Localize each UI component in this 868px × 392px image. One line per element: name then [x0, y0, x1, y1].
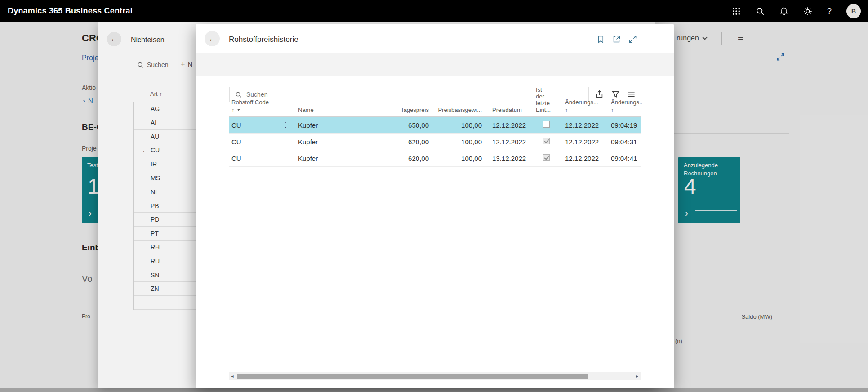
- row-menu-icon[interactable]: ⋮: [282, 121, 294, 129]
- cell-rohstoff-code[interactable]: CU ⋮: [229, 117, 294, 133]
- rohstoffpreishistorie-dialog: ← Rohstoffpreishistorie Suchen Rohstoff …: [196, 24, 674, 388]
- sort-arrow-icon: ↑: [565, 107, 602, 113]
- settings-gear-icon[interactable]: [803, 7, 812, 16]
- cell-preisbasisgewicht[interactable]: 100,00: [429, 150, 482, 166]
- cell-rohstoff-code[interactable]: CU: [229, 150, 294, 166]
- column-header-name[interactable]: Name: [294, 76, 386, 116]
- cell-name[interactable]: Kupfer: [294, 155, 386, 162]
- filter-funnel-icon: [236, 108, 241, 112]
- column-header-aenderungsdatum[interactable]: Änderungs... ↑: [560, 76, 602, 116]
- cell-preisbasisgewicht[interactable]: 100,00: [429, 134, 482, 150]
- column-header-ist-der-letzte[interactable]: Ist der letzte Eint...: [533, 76, 560, 116]
- scrollbar-thumb[interactable]: [237, 374, 588, 379]
- ist-letzte-checkbox[interactable]: [543, 154, 550, 161]
- cell-tagespreis[interactable]: 650,00: [386, 117, 429, 133]
- cell-aenderungsdatum[interactable]: 12.12.2022: [560, 121, 602, 129]
- cell-rohstoff-code[interactable]: CU: [229, 134, 294, 150]
- notifications-bell-icon[interactable]: [779, 7, 788, 16]
- cell-preisdatum[interactable]: 12.12.2022: [482, 138, 533, 146]
- column-header-rohstoff-code[interactable]: Rohstoff Code ↑: [229, 76, 294, 116]
- back-button[interactable]: ←: [205, 31, 220, 46]
- table-header-row: Rohstoff Code ↑ Name Tagespreis Preisbas…: [229, 76, 641, 117]
- topbar-icons: ? B: [732, 4, 861, 18]
- cell-ist-der-letzte: [533, 154, 560, 162]
- sort-arrow-icon: ↑: [231, 107, 235, 113]
- column-header-preisbasisgewicht[interactable]: Preisbasisgewi...: [429, 76, 482, 116]
- scroll-left-arrow[interactable]: ◂: [229, 372, 236, 380]
- cell-tagespreis[interactable]: 620,00: [386, 150, 429, 166]
- expand-icon[interactable]: [628, 35, 637, 44]
- table-row[interactable]: CU ⋮ Kupfer 650,00 100,00 12.12.2022 12.…: [229, 117, 641, 134]
- scroll-right-arrow[interactable]: ▸: [634, 372, 640, 380]
- table-row[interactable]: CU Kupfer 620,00 100,00 13.12.2022 12.12…: [229, 150, 641, 167]
- user-avatar[interactable]: B: [846, 4, 861, 18]
- open-in-new-window-icon[interactable]: [612, 35, 621, 44]
- ist-letzte-checkbox[interactable]: [543, 121, 550, 128]
- cell-preisdatum[interactable]: 12.12.2022: [482, 121, 533, 129]
- history-table: Rohstoff Code ↑ Name Tagespreis Preisbas…: [229, 76, 641, 167]
- apps-icon[interactable]: [732, 7, 741, 16]
- cell-aenderungszeit[interactable]: 09:04:31: [602, 138, 641, 146]
- cell-ist-der-letzte: [533, 121, 560, 129]
- cell-preisdatum[interactable]: 13.12.2022: [482, 155, 533, 162]
- cell-aenderungsdatum[interactable]: 12.12.2022: [560, 155, 602, 162]
- cell-preisbasisgewicht[interactable]: 100,00: [429, 117, 482, 133]
- cell-aenderungsdatum[interactable]: 12.12.2022: [560, 138, 602, 146]
- column-header-preisdatum[interactable]: Preisdatum: [482, 76, 533, 116]
- table-row[interactable]: CU Kupfer 620,00 100,00 12.12.2022 12.12…: [229, 134, 641, 150]
- horizontal-scrollbar[interactable]: ◂ ▸: [229, 372, 641, 380]
- search-icon[interactable]: [756, 7, 765, 16]
- app-title: Dynamics 365 Business Central: [8, 6, 133, 16]
- sort-arrow-icon: ↑: [611, 107, 641, 113]
- help-icon[interactable]: ?: [827, 7, 832, 16]
- cell-name[interactable]: Kupfer: [294, 138, 386, 146]
- action-bar: Suchen: [196, 53, 674, 76]
- dialog-title: Rohstoffpreishistorie: [229, 35, 298, 44]
- cell-tagespreis[interactable]: 620,00: [386, 134, 429, 150]
- column-header-tagespreis[interactable]: Tagespreis: [386, 76, 429, 116]
- cell-aenderungszeit[interactable]: 09:04:19: [602, 121, 641, 129]
- bookmark-icon[interactable]: [596, 35, 605, 44]
- cell-name[interactable]: Kupfer: [294, 121, 386, 129]
- topbar: Dynamics 365 Business Central ? B: [0, 0, 868, 22]
- ist-letzte-checkbox[interactable]: [543, 138, 550, 144]
- column-header-aenderungszeit[interactable]: Änderungs.. ↑: [602, 76, 641, 116]
- cell-aenderungszeit[interactable]: 09:04:41: [602, 155, 641, 162]
- cell-ist-der-letzte: [533, 138, 560, 146]
